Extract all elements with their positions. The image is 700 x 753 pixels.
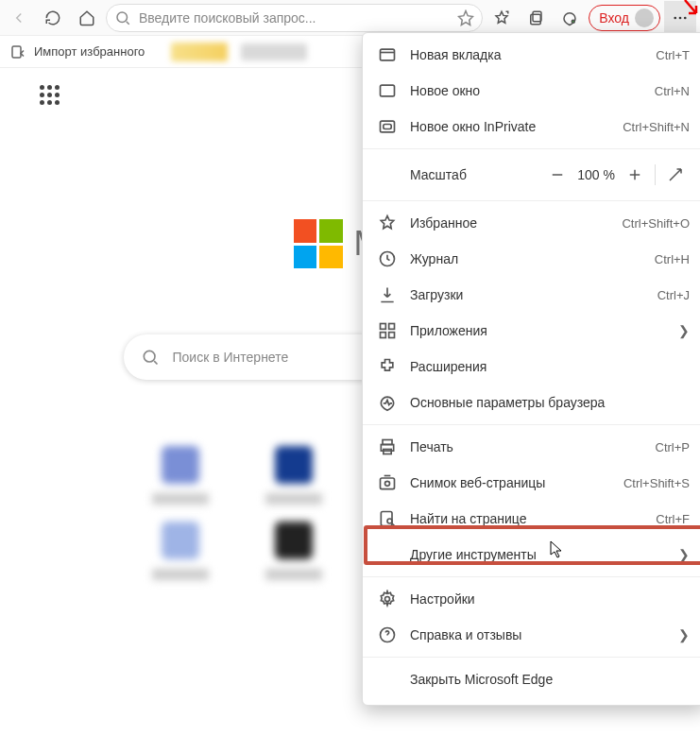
heart-pulse-icon [378, 393, 397, 412]
import-favorites-button[interactable]: Импорт избранного [34, 44, 145, 59]
page-search-placeholder: Поиск в Интернете [173, 350, 289, 365]
menu-print[interactable]: Печать Ctrl+P [363, 429, 700, 465]
menu-downloads[interactable]: Загрузки Ctrl+J [363, 277, 700, 313]
svg-point-22 [385, 481, 390, 486]
help-icon [378, 625, 397, 644]
chevron-right-icon: ❯ [678, 323, 690, 338]
annotation-arrow [683, 0, 700, 19]
menu-settings[interactable]: Настройки [363, 581, 700, 617]
screenshot-icon [378, 473, 397, 492]
menu-inprivate[interactable]: Новое окно InPrivate Ctrl+Shift+N [363, 109, 700, 145]
svg-rect-12 [384, 125, 391, 129]
svg-point-25 [385, 597, 390, 602]
menu-favorites[interactable]: Избранное Ctrl+Shift+O [363, 205, 700, 241]
menu-new-window[interactable]: Новое окно Ctrl+N [363, 73, 700, 109]
menu-close-browser[interactable]: Закрыть Microsoft Edge [363, 661, 700, 697]
history-icon [378, 249, 397, 268]
avatar-icon [635, 9, 654, 27]
performance-button[interactable] [555, 3, 585, 33]
apps-icon [378, 321, 397, 340]
menu-more-tools[interactable]: Другие инструменты ❯ [363, 537, 700, 573]
svg-point-4 [674, 16, 676, 19]
quick-link-tile[interactable] [237, 522, 350, 580]
svg-point-24 [387, 519, 392, 523]
bookmark-item[interactable] [171, 43, 228, 61]
inprivate-icon [378, 117, 397, 136]
microsoft-logo-icon [294, 219, 343, 268]
refresh-button[interactable] [38, 3, 68, 33]
extensions-icon [378, 357, 397, 376]
chevron-right-icon: ❯ [678, 547, 690, 562]
svg-rect-7 [12, 46, 21, 58]
bookmark-item[interactable] [241, 43, 307, 60]
quick-link-tile[interactable] [124, 522, 237, 580]
menu-history[interactable]: Журнал Ctrl+H [363, 241, 700, 277]
print-icon [378, 437, 397, 456]
svg-point-3 [572, 20, 575, 23]
svg-point-0 [117, 12, 128, 23]
new-window-icon [378, 81, 397, 100]
find-icon [378, 509, 397, 528]
svg-point-5 [679, 16, 682, 19]
svg-rect-15 [389, 324, 395, 330]
menu-essentials[interactable]: Основные параметры браузера [363, 385, 700, 420]
zoom-in-button[interactable] [621, 161, 649, 189]
zoom-value: 100 % [572, 167, 621, 182]
browser-toolbar: Введите поисковый запрос... Вход [0, 0, 700, 36]
address-placeholder: Введите поисковый запрос... [139, 10, 316, 26]
home-button[interactable] [72, 3, 102, 33]
import-favorites-icon [9, 43, 26, 60]
menu-apps[interactable]: Приложения ❯ [363, 313, 700, 349]
favorites-button[interactable] [487, 3, 517, 33]
login-button[interactable]: Вход [589, 5, 660, 31]
svg-rect-11 [381, 121, 395, 132]
menu-zoom: Масштаб 100 % [363, 153, 700, 197]
address-bar[interactable]: Введите поисковый запрос... [106, 4, 483, 32]
browser-menu: Новая вкладка Ctrl+T Новое окно Ctrl+N Н… [362, 32, 700, 706]
quick-link-tile[interactable] [237, 446, 350, 505]
menu-screenshot[interactable]: Снимок веб-страницы Ctrl+Shift+S [363, 465, 700, 501]
collections-button[interactable] [521, 3, 551, 33]
app-launcher-button[interactable] [40, 85, 60, 106]
new-tab-icon [378, 45, 397, 64]
download-icon [378, 285, 397, 304]
gear-icon [378, 590, 397, 608]
svg-rect-17 [389, 333, 395, 338]
svg-rect-10 [381, 85, 395, 96]
zoom-label: Масштаб [378, 167, 543, 182]
menu-find[interactable]: Найти на странице Ctrl+F [363, 501, 700, 537]
menu-new-tab[interactable]: Новая вкладка Ctrl+T [363, 37, 700, 73]
login-label: Вход [599, 10, 629, 26]
svg-rect-9 [381, 49, 395, 60]
fullscreen-button[interactable] [661, 161, 690, 189]
quick-link-tile[interactable] [124, 446, 237, 505]
mouse-cursor-icon [550, 540, 565, 559]
svg-rect-14 [381, 324, 386, 330]
search-icon [114, 9, 131, 26]
svg-rect-21 [381, 478, 395, 489]
svg-rect-16 [381, 333, 386, 338]
menu-help[interactable]: Справка и отзывы ❯ [363, 617, 700, 653]
favorite-star-icon[interactable] [457, 9, 474, 26]
star-icon [378, 214, 397, 232]
zoom-out-button[interactable] [543, 161, 572, 189]
menu-extensions[interactable]: Расширения [363, 349, 700, 385]
back-button [4, 3, 34, 33]
svg-point-8 [144, 351, 155, 362]
search-icon [141, 348, 160, 367]
chevron-right-icon: ❯ [678, 627, 690, 642]
